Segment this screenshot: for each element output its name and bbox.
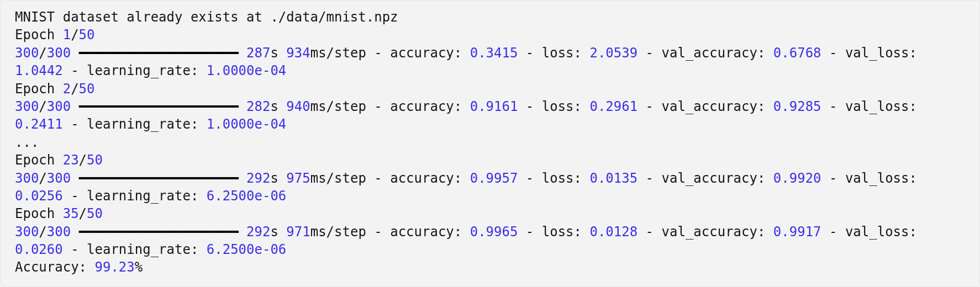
epoch-stats-2: 300/300 ━━━━━━━━━━━━━━━━━━━━ 282s 940ms/…	[15, 99, 925, 132]
terminal-output: MNIST dataset already exists at ./data/m…	[0, 0, 980, 287]
final-accuracy: Accuracy: 99.23%	[15, 259, 143, 275]
epoch-stats-35: 300/300 ━━━━━━━━━━━━━━━━━━━━ 292s 971ms/…	[15, 224, 925, 257]
ellipsis: ...	[15, 135, 39, 150]
initial-message: MNIST dataset already exists at ./data/m…	[15, 9, 398, 25]
epoch-stats-23: 300/300 ━━━━━━━━━━━━━━━━━━━━ 292s 975ms/…	[15, 171, 925, 204]
epoch-header-2: Epoch 2/50	[15, 81, 95, 97]
epoch-header-35: Epoch 35/50	[15, 206, 103, 221]
epoch-header-1: Epoch 1/50	[15, 27, 95, 42]
epoch-header-23: Epoch 23/50	[15, 152, 103, 168]
epoch-stats-1: 300/300 ━━━━━━━━━━━━━━━━━━━━ 287s 934ms/…	[15, 45, 925, 78]
